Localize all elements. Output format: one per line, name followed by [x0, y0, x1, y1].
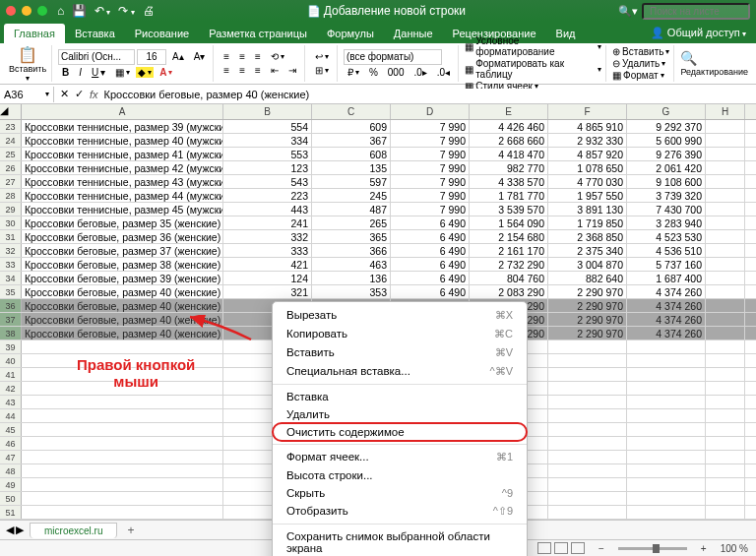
align-bottom-icon[interactable]: ≡: [251, 50, 265, 63]
sheet-nav-prev-icon[interactable]: ◀: [6, 524, 14, 536]
increase-font-icon[interactable]: A▴: [168, 50, 188, 63]
col-header-H[interactable]: H: [706, 104, 745, 119]
cell[interactable]: 5 737 160: [627, 258, 706, 271]
cell[interactable]: [627, 464, 706, 477]
cell[interactable]: 553: [223, 148, 312, 160]
decrease-font-icon[interactable]: A▾: [190, 50, 210, 63]
row-header[interactable]: 46: [0, 437, 22, 450]
cell[interactable]: 1 719 850: [548, 216, 627, 229]
cell[interactable]: 124: [223, 272, 312, 284]
cell[interactable]: [706, 189, 745, 202]
italic-button[interactable]: I: [75, 66, 86, 79]
cell[interactable]: [706, 423, 745, 436]
menu-item[interactable]: Очистить содержимое: [273, 423, 527, 441]
cell[interactable]: [22, 437, 223, 450]
row-header[interactable]: 43: [0, 396, 22, 408]
cell[interactable]: 4 857 920: [548, 148, 627, 160]
row-header[interactable]: 27: [0, 175, 22, 188]
row-header[interactable]: 39: [0, 340, 22, 353]
row-header[interactable]: 47: [0, 451, 22, 463]
cell[interactable]: 332: [223, 230, 312, 243]
cell[interactable]: 2 154 680: [470, 230, 548, 243]
cell[interactable]: 1 957 550: [548, 189, 627, 202]
align-center-icon[interactable]: ≡: [235, 64, 249, 77]
cell[interactable]: [706, 382, 745, 395]
table-row[interactable]: 23 Кроссовки теннисные, размер 39 (мужск…: [0, 120, 756, 134]
cell[interactable]: [548, 478, 627, 491]
page-break-view-icon[interactable]: [571, 542, 585, 554]
row-header[interactable]: 28: [0, 189, 22, 202]
cell[interactable]: 5 600 990: [627, 134, 706, 147]
row-header[interactable]: 48: [0, 464, 22, 477]
row-header[interactable]: 49: [0, 478, 22, 491]
col-header-A[interactable]: A: [22, 104, 223, 119]
tab-разметка страницы[interactable]: Разметка страницы: [199, 24, 317, 43]
cell[interactable]: [627, 409, 706, 422]
cell[interactable]: 7 990: [391, 203, 470, 216]
cell[interactable]: 2 932 330: [548, 134, 627, 147]
row-header[interactable]: 37: [0, 313, 22, 326]
cell[interactable]: 245: [312, 189, 391, 202]
row-header[interactable]: 41: [0, 368, 22, 381]
cell[interactable]: [706, 120, 745, 133]
table-row[interactable]: 32 Кроссовки беговые, размер 37 (женские…: [0, 244, 756, 258]
cell[interactable]: Кроссовки теннисные, размер 40 (мужские): [22, 134, 223, 147]
menu-item[interactable]: Специальная вставка...^⌘V: [273, 362, 527, 381]
cell[interactable]: 4 374 260: [627, 327, 706, 340]
cell[interactable]: 123: [223, 161, 312, 174]
table-row[interactable]: 34 Кроссовки беговые, размер 39 (женские…: [0, 272, 756, 285]
cell[interactable]: [627, 506, 706, 519]
cell[interactable]: [706, 451, 745, 463]
cell[interactable]: [627, 423, 706, 436]
cell[interactable]: [548, 354, 627, 367]
cell[interactable]: [627, 368, 706, 381]
cell[interactable]: [706, 148, 745, 160]
table-row[interactable]: 28 Кроссовки теннисные, размер 44 (мужск…: [0, 189, 756, 203]
indent-inc-icon[interactable]: ⇥: [284, 64, 300, 77]
format-as-table-button[interactable]: ▦ Форматировать как таблицу: [465, 58, 601, 80]
cell[interactable]: 7 990: [391, 161, 470, 174]
sheet-nav-next-icon[interactable]: ▶: [16, 524, 24, 536]
menu-item[interactable]: Формат ячеек...⌘1: [273, 448, 527, 466]
cell[interactable]: 2 290 970: [548, 285, 627, 298]
cell[interactable]: 3 283 940: [627, 216, 706, 229]
fill-color-button[interactable]: ◆: [136, 67, 154, 78]
menu-item[interactable]: Вставить⌘V: [273, 343, 527, 362]
table-row[interactable]: 26 Кроссовки теннисные, размер 42 (мужск…: [0, 161, 756, 175]
align-middle-icon[interactable]: ≡: [235, 50, 249, 63]
table-row[interactable]: 33 Кроссовки беговые, размер 38 (женские…: [0, 258, 756, 272]
cell[interactable]: Кроссовки теннисные, размер 45 (мужские): [22, 203, 223, 216]
font-name-combo[interactable]: [58, 49, 135, 65]
cell[interactable]: 4 770 030: [548, 175, 627, 188]
indent-dec-icon[interactable]: ⇤: [267, 64, 283, 77]
cell[interactable]: 421: [223, 258, 312, 271]
increase-decimal-icon[interactable]: .0▸: [410, 66, 430, 79]
cell[interactable]: [22, 492, 223, 505]
cell[interactable]: [706, 506, 745, 519]
insert-cells-button[interactable]: ⊕ Вставить: [612, 46, 669, 57]
menu-item[interactable]: Отобразить^⇧9: [273, 502, 527, 521]
cell[interactable]: [22, 464, 223, 477]
align-top-icon[interactable]: ≡: [220, 50, 233, 63]
row-header[interactable]: 50: [0, 492, 22, 505]
table-row[interactable]: 25 Кроссовки теннисные, размер 41 (мужск…: [0, 148, 756, 161]
currency-icon[interactable]: ₽: [344, 66, 363, 79]
cell[interactable]: 4 374 260: [627, 313, 706, 326]
cell[interactable]: 804 760: [470, 272, 548, 284]
cell[interactable]: 982 770: [470, 161, 548, 174]
normal-view-icon[interactable]: [537, 542, 551, 554]
row-header[interactable]: 36: [0, 299, 22, 312]
cell[interactable]: [548, 368, 627, 381]
row-header[interactable]: 42: [0, 382, 22, 395]
confirm-icon[interactable]: ✓: [75, 88, 84, 100]
cell[interactable]: 597: [312, 175, 391, 188]
row-header[interactable]: 44: [0, 409, 22, 422]
table-row[interactable]: 29 Кроссовки теннисные, размер 45 (мужск…: [0, 203, 756, 216]
cell[interactable]: 2 375 340: [548, 244, 627, 257]
col-header-B[interactable]: B: [223, 104, 312, 119]
align-right-icon[interactable]: ≡: [251, 64, 265, 77]
cell[interactable]: 7 990: [391, 134, 470, 147]
cell[interactable]: 6 490: [391, 285, 470, 298]
cell[interactable]: [706, 134, 745, 147]
cell[interactable]: 3 004 870: [548, 258, 627, 271]
